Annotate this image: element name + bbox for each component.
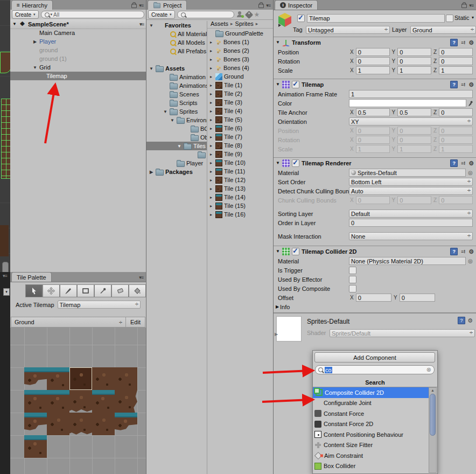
project-tree-item[interactable]: Ground <box>146 150 207 159</box>
foldout-icon[interactable]: ▼ <box>32 65 38 70</box>
foldout-icon[interactable]: ▸ <box>208 186 214 191</box>
panel-menu-icon[interactable]: ▾≡ <box>469 3 473 8</box>
foldout-icon[interactable]: ▶ <box>275 304 280 309</box>
project-file-item[interactable]: ▸ Tile (4) <box>208 107 273 115</box>
popup-scrollbar[interactable]: ▲ <box>429 387 437 473</box>
project-tree-item[interactable]: ▼ Sprites <box>146 107 207 116</box>
static-checkbox[interactable] <box>446 15 453 22</box>
foldout-icon[interactable]: ▼ <box>276 249 280 254</box>
palette-tile[interactable] <box>47 367 69 390</box>
lock-icon[interactable] <box>258 4 264 8</box>
foldout-icon[interactable]: ▸ <box>208 40 214 45</box>
gameobject-enabled-checkbox[interactable] <box>297 15 305 22</box>
is-trigger-checkbox[interactable] <box>349 267 356 274</box>
hierarchy-create-button[interactable]: Create ▾ <box>12 10 39 19</box>
order-in-layer-field[interactable]: 0 <box>349 219 473 227</box>
panel-menu-icon[interactable]: ▾≡ <box>139 275 143 280</box>
foldout-icon[interactable]: ▼ <box>276 40 280 45</box>
material-thumbnail[interactable] <box>276 316 302 341</box>
palette-tile[interactable] <box>92 390 115 413</box>
project-tree-item[interactable]: ▼ Favorites <box>146 21 207 30</box>
active-tilemap-dropdown[interactable]: Tilemap <box>58 301 141 309</box>
project-file-item[interactable]: ▸ Tile (2) <box>208 89 273 98</box>
tab-project[interactable]: Project <box>148 0 187 10</box>
component-list-item[interactable]: Content Positioning Behaviour <box>313 429 429 440</box>
palette-tile[interactable] <box>92 413 115 435</box>
favorites-star-icon[interactable]: ★ <box>254 11 260 18</box>
palette-tile[interactable] <box>24 390 47 413</box>
project-tree-item[interactable]: ▼ Environment <box>146 116 207 124</box>
panel-menu-icon[interactable]: ▾≡ <box>266 3 270 8</box>
foldout-icon[interactable]: ▸ <box>208 204 214 208</box>
component-list-item[interactable]: Aim Constraint <box>313 450 429 461</box>
project-file-item[interactable]: ▸ Bones (2) <box>208 46 273 55</box>
foldout-icon[interactable]: ▸ <box>208 212 214 217</box>
project-tree-item[interactable]: All Prefabs <box>146 47 207 55</box>
foldout-icon[interactable]: ▸ <box>208 161 214 165</box>
rotation-y-field[interactable]: 0 <box>397 57 431 65</box>
position-y-field[interactable]: 0 <box>397 48 431 56</box>
label-tag-icon[interactable] <box>244 10 253 19</box>
used-by-composite-checkbox[interactable] <box>349 285 356 292</box>
palette-tile[interactable] <box>47 390 69 413</box>
project-tree-item[interactable]: ▶ Packages <box>146 168 207 176</box>
project-file-item[interactable]: ▸ Tile (14) <box>208 193 273 201</box>
palette-tile[interactable] <box>24 367 47 390</box>
foldout-icon[interactable]: ▼ <box>276 82 280 87</box>
orientation-dropdown[interactable]: XY <box>349 117 473 126</box>
palette-tile[interactable] <box>69 367 92 390</box>
foldout-icon[interactable]: ▼ <box>149 23 154 28</box>
gear-icon[interactable]: ⚙ <box>467 317 473 324</box>
anchor-x-field[interactable]: 0.5 <box>356 108 390 116</box>
foldout-icon[interactable]: ▸ <box>208 152 214 157</box>
hierarchy-item[interactable]: Main Camera <box>10 29 146 37</box>
material-object-field[interactable]: Sprites-Default <box>349 169 466 177</box>
help-icon[interactable]: ? <box>450 248 458 255</box>
project-tree-item[interactable]: Player <box>146 159 207 168</box>
palette-edit-button[interactable]: Edit <box>125 317 145 327</box>
gameobject-name-field[interactable]: Tilemap <box>307 14 445 23</box>
project-file-item[interactable]: ▸ Ground <box>208 72 273 81</box>
project-tree-item[interactable]: Animation <box>146 73 207 81</box>
tool-eraser-button[interactable] <box>111 284 129 297</box>
component-search-input[interactable]: co ⊗ <box>315 365 435 374</box>
gear-icon[interactable]: ⚙ <box>468 248 474 255</box>
object-picker-icon[interactable]: ◎ <box>468 170 473 176</box>
palette-tile[interactable] <box>24 413 47 435</box>
project-file-item[interactable]: ▸ Tile (11) <box>208 167 273 176</box>
palette-tile[interactable] <box>92 367 115 390</box>
rotation-z-field[interactable]: 0 <box>439 57 473 65</box>
tilemap-enabled-checkbox[interactable] <box>292 81 299 88</box>
project-file-item[interactable]: ▸ Tile (9) <box>208 150 273 158</box>
tool-brush-button[interactable] <box>60 284 77 297</box>
tab-hierarchy[interactable]: ≡ Hierarchy <box>11 0 53 10</box>
hierarchy-item[interactable]: ▶ Player <box>10 37 146 46</box>
lock-icon[interactable] <box>131 4 137 8</box>
sort-order-dropdown[interactable]: Bottom Left <box>349 178 473 186</box>
foldout-icon[interactable]: ▸ <box>208 109 214 114</box>
scene-menu-icon[interactable]: ▾≡ <box>139 22 144 27</box>
foldout-icon[interactable]: ▼ <box>170 118 175 123</box>
anchor-z-field[interactable]: 0 <box>439 108 473 116</box>
project-tree-item[interactable]: Objects <box>146 133 207 142</box>
transform-header[interactable]: ▼ Transform ? ≡! ⚙ <box>274 37 476 47</box>
project-file-item[interactable]: ▸ Tile (8) <box>208 141 273 150</box>
component-list-item[interactable]: Box Collider <box>313 461 429 472</box>
sorting-layer-dropdown[interactable]: Default <box>349 210 473 218</box>
scene-scroll-handle[interactable] <box>2 262 9 272</box>
palette-dropdown[interactable]: Ground ÷ <box>11 317 125 327</box>
breadcrumb-sprites[interactable]: Sprites <box>235 20 254 27</box>
collab-icon[interactable] <box>236 11 244 18</box>
project-file-item[interactable]: ▸ Tile (6) <box>208 124 273 133</box>
project-file-item[interactable]: ▸ Tile (1) <box>208 81 273 89</box>
project-tree-item[interactable]: All Models <box>146 38 207 47</box>
foldout-icon[interactable]: ▶ <box>32 39 38 44</box>
foldout-icon[interactable]: ▸ <box>208 178 214 183</box>
foldout-icon[interactable]: ▸ <box>208 169 214 174</box>
project-file-item[interactable]: ▸ Tile (13) <box>208 184 273 193</box>
scale-y-field[interactable]: 1 <box>397 66 431 74</box>
foldout-icon[interactable]: ▸ <box>208 66 214 71</box>
project-file-item[interactable]: ▸ Bones (4) <box>208 64 273 72</box>
foldout-icon[interactable]: ▼ <box>149 66 154 71</box>
project-tree-item[interactable]: Scripts <box>146 99 207 107</box>
